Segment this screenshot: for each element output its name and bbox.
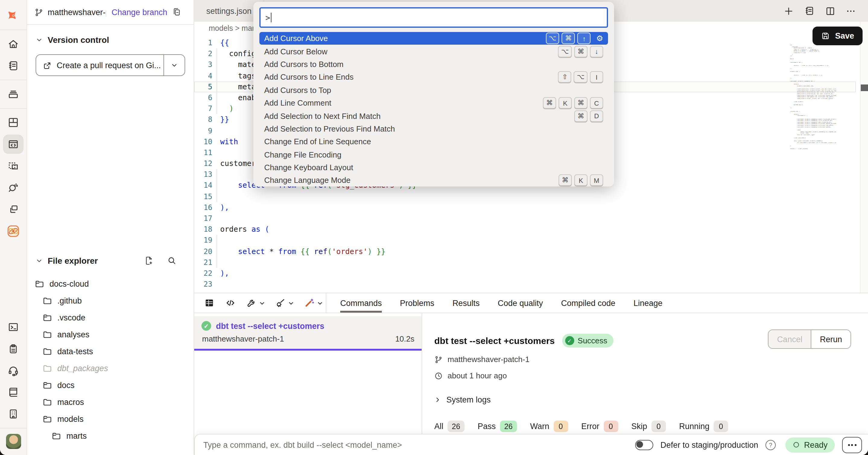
tab-results[interactable]: Results xyxy=(453,293,479,312)
file-tree: docs-cloud .github .vscode analyses data… xyxy=(27,275,194,444)
split-editor-icon[interactable] xyxy=(825,6,835,16)
command-history-list: ✓ dbt test --select +customers matthewsh… xyxy=(194,313,422,436)
folder-icon xyxy=(42,397,53,407)
palette-item-add-line-comment[interactable]: Add Line Comment ⌘K⌘C xyxy=(259,96,608,110)
user-avatar[interactable] xyxy=(6,434,21,449)
more-menu-button[interactable] xyxy=(842,436,862,453)
result-filter-chips: All26 Pass26 Warn0 Error0 Skip0 Running0 xyxy=(434,421,851,432)
clipboard-icon[interactable] xyxy=(3,339,24,359)
system-logs-toggle[interactable]: System logs xyxy=(434,395,851,404)
palette-item-add-selection-next[interactable]: Add Selection to Next Find Match ⌘D xyxy=(259,110,608,122)
notebook-icon[interactable] xyxy=(3,56,24,75)
new-file-icon[interactable] xyxy=(144,256,154,266)
file-explorer-header[interactable]: File explorer xyxy=(27,253,194,268)
home-icon[interactable] xyxy=(3,34,24,54)
save-button[interactable]: Save xyxy=(813,27,863,45)
pr-dropdown-caret[interactable] xyxy=(163,55,185,75)
chip-error[interactable]: Error0 xyxy=(581,421,618,432)
run-time: about 1 hour ago xyxy=(447,371,507,380)
create-pr-button[interactable]: Create a pull request on Gi... xyxy=(36,54,185,76)
help-icon[interactable]: ? xyxy=(766,439,776,450)
search-icon[interactable] xyxy=(167,256,177,266)
palette-item-change-language-mode[interactable]: Change Language Mode ⌘KM xyxy=(259,174,608,186)
divider xyxy=(0,80,27,80)
copilot-icon[interactable] xyxy=(3,221,24,241)
new-tab-icon[interactable] xyxy=(783,6,794,16)
tree-item-vscode[interactable]: .vscode xyxy=(27,309,194,326)
cancel-button[interactable]: Cancel xyxy=(769,330,811,348)
icon-rail xyxy=(0,0,27,455)
text-caret xyxy=(271,13,272,22)
insights-icon[interactable] xyxy=(3,178,24,197)
dashboards-icon[interactable] xyxy=(3,113,24,132)
tree-item-data-tests[interactable]: data-tests xyxy=(27,343,194,360)
compile-code-icon[interactable] xyxy=(225,298,236,308)
palette-item-add-selection-previous[interactable]: Add Selection to Previous Find Match xyxy=(259,122,608,135)
chip-pass[interactable]: Pass26 xyxy=(478,421,517,432)
chip-skip[interactable]: Skip0 xyxy=(631,421,666,432)
gear-icon[interactable]: ⚙ xyxy=(596,34,603,43)
change-branch-link[interactable]: Change branch xyxy=(112,7,167,17)
tree-item-github[interactable]: .github xyxy=(27,292,194,309)
tab-lineage[interactable]: Lineage xyxy=(633,293,662,312)
chip-warn[interactable]: Warn0 xyxy=(530,421,568,432)
catalog-icon[interactable] xyxy=(3,200,24,219)
chevron-down-icon xyxy=(36,36,43,43)
docs-book-icon[interactable] xyxy=(3,383,24,402)
version-control-header[interactable]: Version control xyxy=(27,33,194,47)
tree-item-marts[interactable]: marts xyxy=(27,427,194,444)
external-link-icon xyxy=(43,61,52,70)
folder-icon xyxy=(42,363,53,373)
folder-open-icon xyxy=(34,278,44,289)
tree-item-docs[interactable]: docs xyxy=(27,376,194,393)
notebook-panel-icon[interactable] xyxy=(804,5,815,16)
command-input[interactable]: Type a command, ex. dbt build --select <… xyxy=(203,440,635,449)
editor-scrollbar[interactable] xyxy=(860,22,868,293)
tab-compiled-code[interactable]: Compiled code xyxy=(561,293,615,312)
more-options-icon[interactable] xyxy=(846,6,856,16)
minimap[interactable]: {{ config( materialized = "table", tags … xyxy=(790,44,836,150)
organization-icon[interactable] xyxy=(3,404,24,424)
defer-toggle[interactable] xyxy=(635,439,653,450)
chevron-down-icon xyxy=(36,257,43,264)
canvas-icon[interactable] xyxy=(3,156,24,176)
format-broom-icon[interactable] xyxy=(275,298,294,308)
folder-open-icon xyxy=(51,430,62,441)
preview-table-icon[interactable] xyxy=(204,298,215,308)
tree-item-dbt-packages[interactable]: dbt_packages xyxy=(27,360,194,376)
palette-item-add-cursors-to-line-ends[interactable]: Add Cursors to Line Ends ⇧⌥I xyxy=(259,70,608,84)
chip-all[interactable]: All26 xyxy=(434,421,464,432)
success-check-icon: ✓ xyxy=(565,336,574,345)
palette-item-add-cursors-to-bottom[interactable]: Add Cursors to Bottom xyxy=(259,58,608,71)
chip-running[interactable]: Running0 xyxy=(679,421,728,432)
jobs-icon[interactable] xyxy=(3,85,24,104)
terminal-icon[interactable] xyxy=(3,317,24,337)
floppy-disk-icon xyxy=(821,31,830,40)
studio-editor-icon[interactable] xyxy=(3,134,24,154)
tree-item-models[interactable]: models xyxy=(27,411,194,427)
palette-item-change-keyboard-layout[interactable]: Change Keyboard Layout xyxy=(259,161,608,174)
rerun-button[interactable]: Rerun xyxy=(811,330,850,348)
build-wrench-icon[interactable] xyxy=(246,298,266,308)
divider xyxy=(0,30,27,30)
palette-item-add-cursor-above[interactable]: Add Cursor Above ⌥⌘↑ ⚙ xyxy=(259,32,608,45)
palette-item-change-file-encoding[interactable]: Change File Encoding xyxy=(259,148,608,161)
tab-problems[interactable]: Problems xyxy=(400,293,434,312)
ready-status-badge[interactable]: Ready xyxy=(785,437,835,452)
palette-item-change-eol[interactable]: Change End of Line Sequence xyxy=(259,135,608,148)
palette-item-add-cursor-below[interactable]: Add Cursor Below ⌥⌘↓ xyxy=(259,45,608,58)
tree-item-analyses[interactable]: analyses xyxy=(27,326,194,343)
copy-branch-icon[interactable] xyxy=(172,7,182,17)
palette-item-add-cursors-to-top[interactable]: Add Cursors to Top xyxy=(259,84,608,96)
command-palette-input[interactable]: > xyxy=(259,7,608,28)
tab-code-quality[interactable]: Code quality xyxy=(498,293,543,312)
sidebar: matthewshaver-patch-1 Change branch Vers… xyxy=(27,0,194,455)
divider xyxy=(0,428,27,428)
tree-item-macros[interactable]: macros xyxy=(27,393,194,411)
tab-commands[interactable]: Commands xyxy=(340,293,382,312)
command-history-item[interactable]: ✓ dbt test --select +customers matthewsh… xyxy=(194,316,422,351)
scrollbar-thumb[interactable] xyxy=(861,85,868,91)
support-headset-icon[interactable] xyxy=(3,361,24,380)
copilot-wand-icon[interactable] xyxy=(304,298,323,308)
tree-item-docs-cloud[interactable]: docs-cloud xyxy=(27,275,194,292)
